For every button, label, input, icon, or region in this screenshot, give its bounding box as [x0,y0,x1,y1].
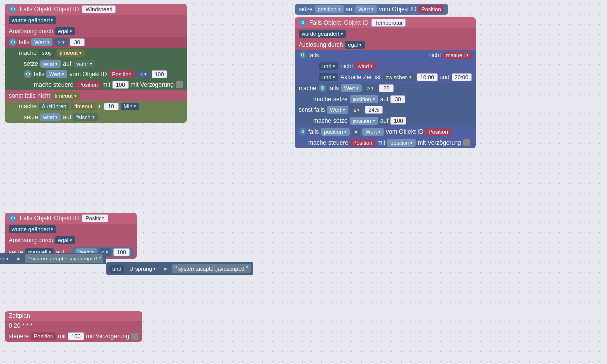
block4-mit-verzoegerung: mit Verzögerung [418,139,461,146]
block4-mache3: mache [313,117,331,124]
block4-mit: mit [377,139,385,146]
block4-sonst-falls: sonst falls [299,106,325,113]
block3-mit: mit [58,333,66,340]
block4-zwischen[interactable]: zwischen [383,73,415,81]
block1-val100: 100 [152,70,167,78]
block4-manuell[interactable]: manuell [443,52,472,59]
block1-auf: auf [63,60,71,67]
block4-neq[interactable]: ≠ [352,128,360,136]
gear-icon-4[interactable]: ⚙ [9,214,17,222]
block4-und[interactable]: und [319,62,338,70]
gear-icon-5[interactable]: ⚙ [299,19,306,27]
block1-auslosung: Auslösung durch [9,28,53,35]
block1-position[interactable]: Position [109,70,134,78]
block4-position5[interactable]: Position [425,128,451,136]
block2-system-value: " system.adapter.javascript.0 " [25,254,104,263]
block4-position2[interactable]: position [350,95,378,103]
block4-wert3[interactable]: Wert [327,106,348,114]
block4-falls: falls [308,52,319,59]
block3-steuere: steuere [9,333,29,340]
block1-sonst-falls: sonst falls [9,92,35,99]
block2-wurde-geaendert[interactable]: wurde geändert [9,225,56,233]
ursprung-label[interactable]: Ursprung [126,265,158,273]
block2-neq[interactable]: ≠ [14,255,23,262]
block3-val100: 100 [68,332,84,340]
gear-icon-7[interactable]: ⚙ [318,84,326,92]
block4-val30: 30 [390,95,405,103]
block1-timeout2[interactable]: timeout [52,92,80,100]
block4-falls2: falls [328,85,339,92]
block4-position6[interactable]: Position [350,139,375,147]
block2-val100: 100 [113,248,129,256]
block1-gt[interactable]: > [54,38,67,46]
block4-steuere: steuere [328,139,348,146]
block1-min[interactable]: Min [121,103,140,110]
block1-auslosung-value[interactable]: egal [55,27,75,35]
block4-und3: und [440,74,450,81]
block1-falls: falls [19,39,29,46]
block1-mit: mit [102,81,110,88]
delay-indicator-2 [131,333,138,340]
block4-wert2[interactable]: Wert [341,84,362,92]
block4-objekt-id-label: Objekt ID [344,19,368,26]
block4-wert4[interactable]: Wert [362,128,384,136]
block1-lt[interactable]: < [137,70,150,78]
block4-val25: 25 [379,84,394,92]
block4-nicht2: nicht [340,63,353,70]
block4-val245: 24.5 [365,106,382,114]
gear-icon-1[interactable]: ⚙ [9,5,17,13]
block1-setze: setze [24,60,38,67]
block4-position-label[interactable]: Position [418,5,444,13]
block1-val10: 10 [104,103,119,110]
block4-t1: 10:00 [417,73,438,81]
block4-title: Falls Objekt [309,19,341,26]
block1-wind2[interactable]: wind [40,113,61,121]
block4-position[interactable]: position [315,5,344,13]
block2-ursprung[interactable]: Ursprung [0,255,12,262]
block1-wind[interactable]: wind [40,60,61,68]
block4-auf: auf [346,6,354,13]
block1-wahr[interactable]: wahr [73,60,95,68]
block4-wert[interactable]: Wert [355,5,377,13]
block1-wert2[interactable]: Wert [46,70,67,78]
block1-auf2: auf [63,114,71,121]
block1-ausfuehren[interactable]: Ausführen [39,103,69,110]
block4-leq[interactable]: ≤ [350,106,363,114]
block2-auslosung: Auslösung durch [9,237,53,244]
block4-wurde-geaendert[interactable]: wurde geändert [299,30,346,38]
block1-timeout3[interactable]: timeout [71,103,95,110]
delay-indicator [176,81,183,88]
block4-position7[interactable]: position [387,139,416,147]
gear-icon-3[interactable]: ⚙ [24,70,32,78]
und-label[interactable]: und [109,265,124,273]
block1-vom-objekt-id: vom Objekt ID [69,71,107,78]
block2-auslosung-value[interactable]: egal [55,236,75,244]
block-windspeed: ⚙ Falls Objekt Objekt ID Windspeed wurde… [5,4,187,123]
block2-title: Falls Objekt [20,215,51,222]
block4-mache4: mache [308,139,326,146]
block4-setze: setze [299,6,313,13]
block4-nicht: nicht [428,52,441,59]
block1-val100b: 100 [112,81,128,89]
block1-wert[interactable]: Wert [31,38,52,46]
gear-icon-6[interactable]: ⚙ [299,52,306,59]
system-value-label: " system.adapter.javascript.0 " [172,264,251,273]
block4-position4[interactable]: position [321,128,350,136]
neq-label[interactable]: ≠ [161,265,170,273]
block3-position[interactable]: Position [31,332,56,340]
block1-stop[interactable]: stop [39,49,55,57]
block4-position3[interactable]: position [350,117,378,125]
block4-aktuelle-zeit: Aktuelle Zeit ist [340,74,380,81]
block1-wurde-geaendert[interactable]: wurde geändert [9,16,56,24]
block4-und2[interactable]: und [319,73,338,81]
block4-auslosung-value[interactable]: egal [345,41,365,49]
block1-timeout[interactable]: timeout [57,49,85,57]
block1-falsch[interactable]: falsch [73,113,98,121]
gear-icon-8[interactable]: ⚙ [299,128,306,136]
block1-position2[interactable]: Position [75,81,101,89]
block4-wind[interactable]: wind [355,62,376,70]
gear-icon-2[interactable]: ⚙ [9,38,17,46]
block-temperatur: ⚙ Falls Objekt Objekt ID Temperatur wurd… [295,17,476,148]
block4-geq[interactable]: ≥ [364,84,377,92]
block4-objekt-id-value: Temperatur [371,19,406,27]
